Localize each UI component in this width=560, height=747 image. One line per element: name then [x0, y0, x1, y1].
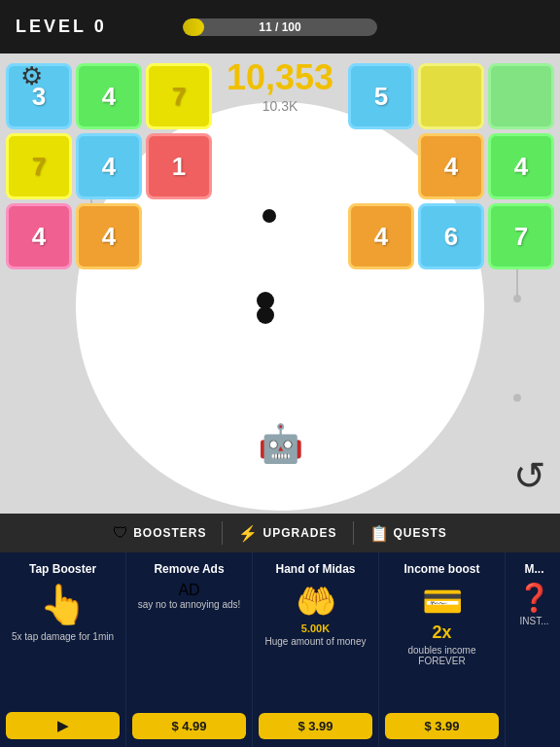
- ball-3: [257, 306, 274, 324]
- shop-card-mystery: M... ❓ INST...: [506, 552, 560, 747]
- tap-booster-btn[interactable]: ▶: [6, 712, 120, 739]
- income-boost-title: Income boost: [403, 562, 479, 576]
- tile-7-yellow2: 7: [6, 133, 72, 199]
- remove-ads-price: $ 4.99: [171, 719, 206, 733]
- tabs-bar: 🛡 BOOSTERS ⚡ UPGRADES 📋 QUESTS: [0, 514, 560, 552]
- boost-desc: 2x: [432, 622, 451, 643]
- tab-quests[interactable]: 📋 QUESTS: [354, 514, 463, 552]
- level-label: LEVEL 0: [16, 17, 107, 37]
- tile-4-orange: 4: [418, 133, 484, 199]
- mystery-icon: ❓: [517, 582, 551, 614]
- tile-7-green: 7: [488, 203, 554, 269]
- mystery-subdesc: INST...: [519, 616, 548, 733]
- tile-4-pink: 4: [6, 203, 72, 269]
- progress-bar-fill: [183, 18, 204, 36]
- score-main: 10,353: [0, 57, 560, 98]
- shop-card-remove-ads: Remove Ads AD say no to annoying ads! $ …: [126, 552, 253, 747]
- tab-boosters[interactable]: 🛡 BOOSTERS: [97, 514, 222, 552]
- game-area: 3 4 7 5 7 4 1 4 4 4 4 4 6 7 🤖 ↺: [0, 53, 560, 514]
- shop-card-hand-of-midas: Hand of Midas 🤲 5.00K Huge amount of mon…: [253, 552, 379, 747]
- midas-desc: 5.00K: [301, 622, 330, 634]
- score-area: 10,353 10.3K: [0, 53, 560, 118]
- tile-4-green2: 4: [488, 133, 554, 199]
- boost-icon: 💳: [422, 582, 463, 621]
- tab-boosters-label: BOOSTERS: [133, 526, 206, 540]
- tab-upgrades[interactable]: ⚡ UPGRADES: [223, 514, 352, 552]
- upgrades-icon: ⚡: [238, 524, 258, 543]
- tab-upgrades-label: UPGRADES: [262, 526, 336, 540]
- gear-icon: ⚙: [20, 61, 43, 91]
- progress-bar-container: 11 / 100: [183, 18, 377, 36]
- tab-quests-label: QUESTS: [394, 526, 447, 540]
- settings-button[interactable]: ⚙: [14, 58, 49, 93]
- launcher: 🤖: [258, 422, 303, 465]
- circular-arrow-icon[interactable]: ↺: [513, 453, 546, 498]
- midas-icon: 🤲: [296, 582, 336, 621]
- remove-ads-subdesc: say no to annoying ads!: [138, 599, 241, 707]
- tile-6-blue: 6: [418, 203, 484, 269]
- boosters-icon: 🛡: [113, 524, 128, 542]
- tile-4-orange3: 4: [348, 203, 414, 269]
- tap-booster-title: Tap Booster: [29, 562, 96, 576]
- ball-1: [262, 209, 276, 223]
- shop-area: Tap Booster 👆 5x tap damage for 1min ▶ R…: [0, 552, 560, 747]
- midas-price: $ 3.99: [298, 719, 332, 733]
- mystery-title: M...: [525, 562, 544, 576]
- quests-icon: 📋: [369, 524, 389, 543]
- hand-icon: 👆: [39, 582, 88, 627]
- top-bar: LEVEL 0 11 / 100: [0, 0, 560, 53]
- tap-booster-subdesc: 5x tap damage for 1min: [12, 631, 114, 706]
- tile-4-orange2: 4: [76, 203, 142, 269]
- shop-card-income-boost: Income boost 💳 2x doubles income FOREVER…: [379, 552, 506, 747]
- progress-label: 11 / 100: [259, 20, 300, 34]
- midas-subdesc: Huge amount of money: [265, 636, 367, 707]
- boost-price: $ 3.99: [424, 719, 459, 733]
- remove-ads-title: Remove Ads: [154, 562, 224, 576]
- tile-4-blue2: 4: [76, 133, 142, 199]
- video-icon: ▶: [57, 718, 68, 733]
- income-boost-btn[interactable]: $ 3.99: [385, 713, 499, 739]
- midas-title: Hand of Midas: [275, 562, 355, 576]
- boost-subdesc: doubles income FOREVER: [385, 645, 499, 707]
- midas-btn[interactable]: $ 3.99: [259, 713, 372, 739]
- remove-ads-btn[interactable]: $ 4.99: [132, 713, 246, 739]
- tile-1-red: 1: [146, 133, 212, 199]
- ad-circle-icon: AD: [178, 582, 199, 599]
- score-sub: 10.3K: [0, 98, 560, 114]
- shop-card-tap-booster: Tap Booster 👆 5x tap damage for 1min ▶: [0, 552, 126, 747]
